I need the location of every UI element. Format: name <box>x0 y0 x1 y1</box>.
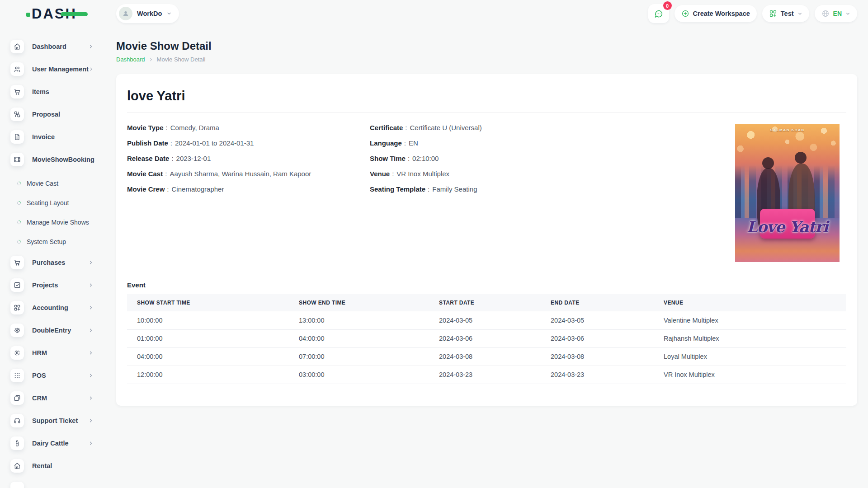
movie-title: love Yatri <box>127 89 846 103</box>
poster-title-text: Love Yatri <box>735 218 840 236</box>
sidebar-item-label: POS <box>32 372 46 379</box>
col-show-start-time: SHOW START TIME <box>127 294 289 311</box>
workspace-label: WorkDo <box>137 10 162 17</box>
milk-bottle-icon <box>10 436 24 450</box>
sidebar-subitem-movie-cast[interactable]: Movie Cast <box>17 174 116 193</box>
bullet-icon <box>16 239 21 244</box>
sidebar-item-label: MovieShowBooking <box>32 156 94 163</box>
sidebar-item-invoice[interactable]: Invoice <box>10 130 94 144</box>
file-icon <box>10 130 24 144</box>
sidebar-item-purchases[interactable]: Purchases <box>10 256 94 269</box>
table-header-row: SHOW START TIME SHOW END TIME START DATE… <box>127 294 846 311</box>
poster-presenter-text: SALMAN KHAN <box>735 128 840 132</box>
breadcrumb: Dashboard Movie Show Detail <box>116 56 857 63</box>
cell-show-end-time: 13:00:00 <box>289 311 429 329</box>
breadcrumb-dashboard-link[interactable]: Dashboard <box>116 56 145 63</box>
app-switcher-button[interactable]: Test <box>762 5 809 22</box>
bullet-icon <box>16 181 21 186</box>
cell-show-end-time: 03:00:00 <box>289 366 429 384</box>
sidebar-item-label: Rental <box>32 462 52 469</box>
app-switcher-label: Test <box>781 10 794 17</box>
sidebar: Dashboard User Management Items Proposal <box>0 27 116 488</box>
globe-icon <box>821 9 830 18</box>
table-row: 01:00:00 04:00:00 2024-03-06 2024-03-06 … <box>127 329 846 347</box>
page-title: Movie Show Detail <box>116 40 857 52</box>
sidebar-item-label: CRM <box>32 394 47 402</box>
cell-venue: Valentine Multiplex <box>654 311 846 329</box>
chevron-right-icon <box>88 305 94 310</box>
notification-badge: 0 <box>663 1 672 10</box>
col-venue: VENUE <box>654 294 846 311</box>
sidebar-item-accounting[interactable]: Accounting <box>10 301 94 314</box>
sidebar-item-dairy-cattle[interactable]: Dairy Cattle <box>10 436 94 450</box>
sidebar-item-crm[interactable]: CRM <box>10 391 94 405</box>
frames-icon <box>10 391 24 405</box>
sidebar-item-rental[interactable]: Rental <box>10 459 94 473</box>
cell-end-date: 2024-03-08 <box>541 347 654 366</box>
sidebar-item-label: User Management <box>32 66 89 73</box>
user-avatar-icon <box>122 9 130 18</box>
movieshowbooking-submenu: Movie Cast Seating Layout Manage Movie S… <box>0 174 116 251</box>
sidebar-item-partial[interactable] <box>10 482 94 488</box>
logo-dot <box>26 13 30 17</box>
sidebar-subitem-label: System Setup <box>27 238 66 245</box>
sidebar-subitem-system-setup[interactable]: System Setup <box>17 232 116 251</box>
chevron-right-icon <box>149 57 153 62</box>
top-bar: DASH WorkDo 0 Create Workspace <box>0 0 868 27</box>
movie-detail-card: love Yatri Movie Type:Comedy, Drama Publ… <box>116 74 857 406</box>
language-label: EN <box>833 10 842 17</box>
movie-details-left: Movie Type:Comedy, Drama Publish Date:20… <box>127 124 370 201</box>
sidebar-subitem-manage-movie-shows[interactable]: Manage Movie Shows <box>17 212 116 232</box>
sidebar-item-projects[interactable]: Projects <box>10 278 94 292</box>
chevron-down-icon <box>845 11 850 16</box>
sidebar-item-movieshowbooking[interactable]: MovieShowBooking <box>10 153 94 166</box>
table-row: 10:00:00 13:00:00 2024-03-05 2024-03-05 … <box>127 311 846 329</box>
plus-circle-icon <box>681 9 689 18</box>
cell-show-start-time: 04:00:00 <box>127 347 289 366</box>
sidebar-subitem-seating-layout[interactable]: Seating Layout <box>17 193 116 212</box>
sidebar-item-label: Items <box>32 88 49 95</box>
poster-figure <box>762 157 774 169</box>
cell-show-end-time: 07:00:00 <box>289 347 429 366</box>
sidebar-item-user-management[interactable]: User Management <box>10 62 94 76</box>
brand-logo[interactable]: DASH <box>26 7 77 21</box>
event-table: SHOW START TIME SHOW END TIME START DATE… <box>127 294 846 384</box>
cell-start-date: 2024-03-05 <box>429 311 541 329</box>
sidebar-item-doubleentry[interactable]: DoubleEntry <box>10 324 94 337</box>
table-row: 12:00:00 03:00:00 2024-03-23 2024-03-23 … <box>127 366 846 384</box>
sidebar-subitem-label: Seating Layout <box>27 199 69 206</box>
chat-bubble-icon <box>654 9 663 19</box>
avatar <box>119 7 132 20</box>
messages-button[interactable]: 0 <box>648 4 669 23</box>
film-icon <box>10 153 24 166</box>
cart-icon <box>10 85 24 99</box>
chevron-right-icon <box>88 395 94 401</box>
poster-figure <box>795 152 807 164</box>
sidebar-item-label: Dairy Cattle <box>32 440 69 447</box>
divider <box>127 113 846 113</box>
sidebar-item-dashboard[interactable]: Dashboard <box>10 40 94 53</box>
sidebar-item-hrm[interactable]: HRM <box>10 346 94 360</box>
home-icon <box>10 40 24 53</box>
chevron-right-icon <box>88 350 94 356</box>
sidebar-item-label: Proposal <box>32 111 60 118</box>
chevron-right-icon <box>88 282 94 288</box>
chevron-right-icon <box>88 373 94 378</box>
logo-area: DASH <box>0 7 116 21</box>
top-bar-actions: 0 Create Workspace Test EN <box>648 4 857 23</box>
sidebar-item-proposal[interactable]: Proposal <box>10 108 94 121</box>
users-icon <box>10 62 24 76</box>
breadcrumb-current: Movie Show Detail <box>157 56 206 63</box>
sidebar-subitem-label: Movie Cast <box>27 180 58 187</box>
cell-show-start-time: 10:00:00 <box>127 311 289 329</box>
cell-end-date: 2024-03-23 <box>541 366 654 384</box>
sidebar-subitem-label: Manage Movie Shows <box>27 219 89 226</box>
sidebar-item-items[interactable]: Items <box>10 85 94 99</box>
create-workspace-button[interactable]: Create Workspace <box>675 5 757 22</box>
language-selector[interactable]: EN <box>815 5 857 22</box>
detail-venue: Venue:VR Inox Multiplex <box>370 170 735 178</box>
workspace-switcher[interactable]: WorkDo <box>116 4 179 23</box>
sidebar-item-pos[interactable]: POS <box>10 369 94 382</box>
event-heading: Event <box>127 281 846 289</box>
sidebar-item-support-ticket[interactable]: Support Ticket <box>10 414 94 427</box>
